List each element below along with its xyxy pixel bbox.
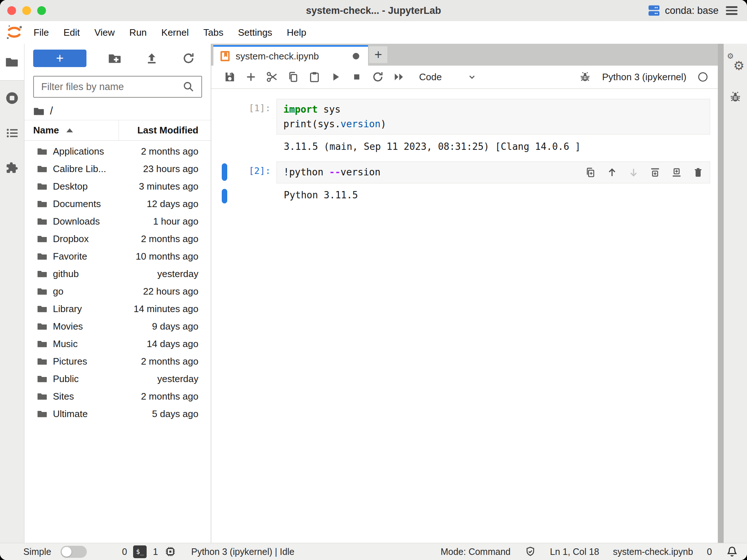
- file-row[interactable]: Dropbox 2 months ago: [24, 230, 211, 248]
- cell-2-input-collapser[interactable]: [222, 163, 227, 181]
- sidebar-tab-table-of-contents[interactable]: [0, 116, 24, 151]
- cursor-position[interactable]: Ln 1, Col 18: [550, 547, 599, 557]
- move-cell-up-button[interactable]: [606, 167, 618, 178]
- cut-cells-button[interactable]: [262, 69, 283, 85]
- file-row[interactable]: Desktop 3 minutes ago: [24, 178, 211, 195]
- file-modified: yesterday: [157, 268, 211, 280]
- tab-bar: system-check.ipynb +: [211, 44, 718, 66]
- cell-1-output: 3.11.5 (main, Sep 11 2023, 08:31:25) [Cl…: [211, 140, 718, 153]
- interrupt-kernel-button[interactable]: [346, 69, 367, 85]
- menubar-items: FileEditViewRunKernelTabsSettingsHelp: [26, 27, 314, 38]
- kernel-name[interactable]: Python 3 (ipykernel): [602, 71, 686, 83]
- insert-cell-button[interactable]: [240, 69, 262, 85]
- breadcrumb-root[interactable]: /: [50, 105, 53, 117]
- cell-2-input[interactable]: !python --version: [276, 162, 710, 183]
- tab-label: system-check.ipynb: [236, 51, 319, 62]
- insert-cell-below-button[interactable]: [671, 167, 682, 178]
- menu-item[interactable]: Run: [122, 27, 154, 38]
- restart-kernel-button[interactable]: [367, 69, 388, 85]
- file-name: Ultimate: [48, 408, 152, 420]
- cell-toolbar: [585, 167, 704, 178]
- file-row[interactable]: Downloads 1 hour ago: [24, 213, 211, 230]
- chip-icon: [164, 545, 177, 558]
- tab-system-check[interactable]: system-check.ipynb: [213, 45, 368, 66]
- simple-mode-toggle[interactable]: [61, 546, 87, 558]
- file-browser-panel: +: [24, 44, 211, 543]
- notebook-toolbar: Code: [211, 66, 718, 89]
- cell-2-output-text: Python 3.11.5: [276, 189, 358, 201]
- upload-button[interactable]: [143, 50, 160, 67]
- menu-item[interactable]: Tabs: [196, 27, 231, 38]
- file-name: Pictures: [48, 356, 141, 367]
- move-cell-down-button[interactable]: [628, 167, 639, 178]
- stop-circle-icon: [5, 91, 19, 105]
- debugger-toggle-button[interactable]: [579, 71, 591, 83]
- file-row[interactable]: github yesterday: [24, 265, 211, 283]
- cell-1-input[interactable]: import sysprint(sys.version): [276, 99, 710, 135]
- bell-icon[interactable]: [726, 545, 738, 558]
- duplicate-cell-button[interactable]: [585, 167, 596, 178]
- running-sessions-indicator[interactable]: 0 $_ 1: [122, 545, 177, 558]
- folder-icon: [37, 373, 48, 384]
- delete-cell-button[interactable]: [692, 167, 704, 178]
- filter-files-input[interactable]: [40, 81, 182, 93]
- file-row[interactable]: Documents 12 days ago: [24, 195, 211, 213]
- sidebar-tab-file-browser[interactable]: [0, 44, 24, 81]
- close-window-button[interactable]: [7, 6, 16, 15]
- cell-2-output-collapser[interactable]: [222, 189, 227, 203]
- cell-type-dropdown[interactable]: Code: [419, 71, 477, 83]
- file-row[interactable]: Applications 2 months ago: [24, 143, 211, 160]
- file-name: Favorite: [48, 251, 136, 262]
- file-row[interactable]: Movies 9 days ago: [24, 318, 211, 335]
- file-row[interactable]: Music 14 days ago: [24, 335, 211, 353]
- refresh-icon: [182, 52, 195, 65]
- file-row[interactable]: Favorite 10 months ago: [24, 248, 211, 265]
- sidebar-tab-extensions[interactable]: [0, 151, 24, 186]
- minimize-window-button[interactable]: [22, 6, 31, 15]
- file-row[interactable]: go 22 hours ago: [24, 283, 211, 300]
- save-button[interactable]: [219, 69, 240, 85]
- zoom-window-button[interactable]: [37, 6, 46, 15]
- kernel-status-text[interactable]: Python 3 (ipykernel) | Idle: [191, 547, 294, 557]
- conda-env-badge[interactable]: conda: base: [647, 4, 719, 17]
- paste-cells-button[interactable]: [304, 69, 325, 85]
- home-folder-icon[interactable]: [33, 105, 45, 117]
- refresh-button[interactable]: [180, 50, 197, 67]
- sidebar-tab-property-inspector[interactable]: ⚙ ⚙: [727, 55, 744, 71]
- folder-icon: [37, 163, 48, 174]
- copy-cells-button[interactable]: [283, 69, 304, 85]
- hamburger-menu-icon[interactable]: [726, 6, 738, 15]
- file-row[interactable]: Public yesterday: [24, 370, 211, 388]
- menu-item[interactable]: Edit: [56, 27, 87, 38]
- new-launcher-button[interactable]: +: [33, 50, 86, 67]
- new-tab-button[interactable]: +: [369, 46, 387, 63]
- folder-icon: [37, 321, 48, 332]
- restart-run-all-button[interactable]: [388, 69, 410, 85]
- new-folder-button[interactable]: [107, 50, 123, 67]
- menu-item[interactable]: Help: [279, 27, 313, 38]
- file-list-header: Name Last Modified: [24, 120, 211, 141]
- menu-item[interactable]: Settings: [231, 27, 279, 38]
- column-header-name[interactable]: Name: [24, 120, 119, 140]
- file-row[interactable]: Pictures 2 months ago: [24, 353, 211, 370]
- file-row[interactable]: Sites 2 months ago: [24, 388, 211, 405]
- folder-icon: [37, 216, 48, 227]
- menu-item[interactable]: Kernel: [154, 27, 196, 38]
- column-header-modified[interactable]: Last Modified: [119, 120, 211, 140]
- file-modified: 2 months ago: [141, 233, 211, 245]
- insert-above-icon: [649, 167, 661, 178]
- insert-below-icon: [671, 167, 682, 178]
- menu-item[interactable]: File: [26, 27, 56, 38]
- folder-icon: [37, 251, 48, 262]
- cell-type-value: Code: [419, 71, 442, 83]
- notebook-scrollbar[interactable]: [718, 44, 724, 543]
- file-row[interactable]: Ultimate 5 days ago: [24, 405, 211, 423]
- file-row[interactable]: Calibre Lib... 23 hours ago: [24, 160, 211, 178]
- run-cell-button[interactable]: [325, 69, 346, 85]
- new-folder-icon: [108, 51, 122, 65]
- file-row[interactable]: Library 14 minutes ago: [24, 300, 211, 318]
- sidebar-tab-running-sessions[interactable]: [0, 81, 24, 116]
- menu-item[interactable]: View: [87, 27, 122, 38]
- sidebar-tab-debugger[interactable]: [729, 90, 742, 104]
- insert-cell-above-button[interactable]: [649, 167, 661, 178]
